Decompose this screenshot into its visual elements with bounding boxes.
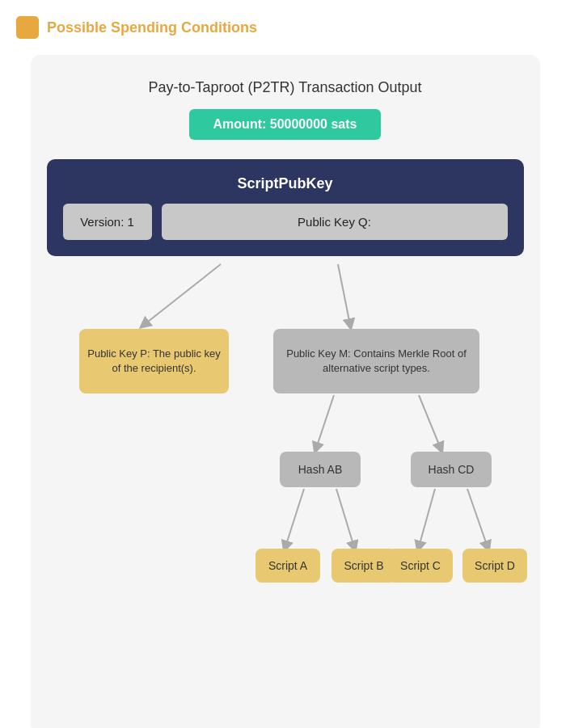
svg-line-8 <box>285 489 304 547</box>
hash-ab-node: Hash AB <box>280 452 361 487</box>
svg-line-11 <box>467 489 488 547</box>
scriptpubkey-fields: Version: 1 Public Key Q: <box>63 204 508 240</box>
script-a-node: Script A <box>255 549 320 583</box>
script-b-node: Script B <box>331 549 396 583</box>
script-d-node: Script D <box>462 549 527 583</box>
header-icon <box>16 16 39 39</box>
script-c-node: Script C <box>388 549 453 583</box>
amount-badge: Amount: 50000000 sats <box>189 109 382 140</box>
svg-line-0 <box>144 264 221 325</box>
svg-line-5 <box>419 395 441 448</box>
pubkey-q-field: Public Key Q: <box>162 204 508 240</box>
page-header: Possible Spending Conditions <box>16 16 257 39</box>
header-title: Possible Spending Conditions <box>47 19 257 36</box>
hash-cd-node: Hash CD <box>411 452 492 487</box>
pubkey-m-node: Public Key M: Contains Merkle Root of al… <box>273 329 479 393</box>
scriptpubkey-box: ScriptPubKey Version: 1 Public Key Q: <box>47 159 524 256</box>
version-field: Version: 1 <box>63 204 152 240</box>
scriptpubkey-title: ScriptPubKey <box>237 175 332 192</box>
diagram-svg: Public Key P: The public key of the reci… <box>47 256 532 709</box>
svg-line-10 <box>419 489 435 547</box>
svg-line-4 <box>316 395 334 448</box>
main-container: Pay-to-Taproot (P2TR) Transaction Output… <box>31 55 540 728</box>
pubkey-p-node: Public Key P: The public key of the reci… <box>79 329 229 393</box>
svg-line-9 <box>336 489 354 547</box>
p2tr-label: Pay-to-Taproot (P2TR) Transaction Output <box>148 79 421 96</box>
svg-line-1 <box>338 264 350 325</box>
